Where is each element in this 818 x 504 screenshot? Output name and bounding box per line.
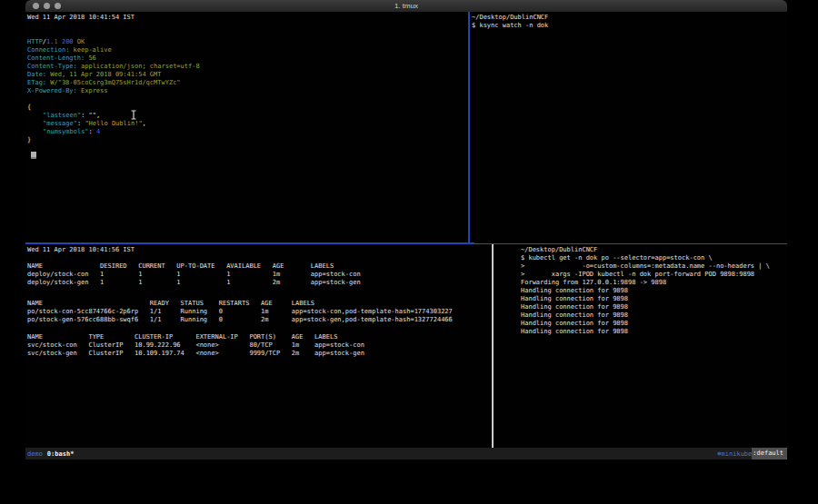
json-colon: : [89, 128, 96, 135]
http-header-line: Connection:keep-alive [27, 46, 200, 54]
services-table: NAME TYPE CLUSTER-IP EXTERNAL-IP PORT(S)… [27, 333, 364, 358]
table-row: po/stock-gen-576cc688bb-swqf6 1/1 Runnin… [27, 316, 453, 324]
json-field-line: "lastseen": "", [27, 112, 200, 120]
handling-line: Handling connection for 9898 [521, 328, 770, 336]
header-value: 56 [85, 54, 96, 62]
header-value: W/"38-05coCsrg3mQ75sHr1d/qcMTwYZc" [46, 79, 180, 86]
header-name: ETag: [27, 79, 46, 86]
http-header-line: Date:Wed, 11 Apr 2018 09:41:54 GMT [27, 71, 200, 79]
active-pane-border-vertical[interactable] [468, 12, 470, 243]
json-key: "message" [43, 120, 77, 127]
handling-line: Handling connection for 9898 [521, 320, 770, 328]
http-header-line: X-Powered-By:Express [27, 87, 200, 95]
header-name: Content-Type: [27, 63, 77, 70]
json-key: "numsymbols" [43, 128, 89, 135]
header-name: Connection: [27, 46, 69, 54]
mouse-ibeam-cursor [130, 110, 137, 120]
tmux-status-bar: demo0:bash* ☸minikube:default [25, 448, 787, 460]
table-row: po/stock-con-5cc874766c-2p6rp 1/1 Runnin… [27, 308, 453, 316]
json-comma: , [143, 120, 146, 127]
table-header: NAME TYPE CLUSTER-IP EXTERNAL-IP PORT(S)… [27, 333, 364, 341]
handling-line: Handling connection for 9898 [521, 287, 770, 295]
command-line: $ ksync watch -n dok [472, 22, 548, 30]
command-line: > -o=custom-columns=:metadata.name --no-… [521, 262, 770, 271]
command-line: > xargs -IPOD kubectl -n dok port-forwar… [521, 271, 770, 279]
tmux-terminal: Wed 11 Apr 2018 10:41:54 IST HTTP/1.1 20… [25, 12, 787, 460]
table-row: svc/stock-gen ClusterIP 10.109.197.74 <n… [27, 350, 364, 358]
header-value: Express [77, 87, 108, 94]
status-left: demo0:bash* [25, 450, 74, 458]
command-line: $ kubectl get -n dok po --selector=app=s… [521, 254, 770, 262]
json-open-brace: { [27, 104, 200, 112]
pane-border-vertical[interactable] [492, 244, 494, 448]
forwarding-line: Forwarding from 127.0.0.1:9898 -> 9898 [521, 279, 770, 287]
titlebar[interactable]: 1. tmux [25, 0, 787, 12]
json-value: 4 [96, 128, 100, 135]
status-right: ☸minikube:default [717, 448, 787, 460]
pane-ksync[interactable]: ~/Desktop/DublinCNCF $ ksync watch -n do… [470, 12, 787, 242]
timestamp-line: Wed 11 Apr 2018 10:41:54 IST [27, 14, 200, 22]
terminal-cursor [31, 152, 36, 159]
header-value: application/json; charset=utf-8 [77, 63, 200, 70]
cwd-line: ~/Desktop/DublinCNCF [521, 246, 770, 254]
http-header-line: Content-Type:application/json; charset=u… [27, 63, 200, 71]
http-proto: HTTP [27, 38, 43, 45]
pane-http-response[interactable]: Wed 11 Apr 2018 10:41:54 IST HTTP/1.1 20… [25, 12, 468, 242]
header-name: Content-Length: [27, 54, 85, 62]
table-header: NAME DESIRED CURRENT UP-TO-DATE AVAILABL… [27, 262, 361, 271]
json-value: "Hello Dublin!" [85, 120, 142, 127]
http-version: 1.1 200 [46, 38, 74, 45]
json-colon: : [81, 112, 88, 119]
timestamp-line: Wed 11 Apr 2018 10:41:56 IST [27, 246, 492, 254]
handling-line: Handling connection for 9898 [521, 303, 770, 311]
session-name: demo [27, 450, 43, 458]
table-row: deploy/stock-con 1 1 1 1 1m app=stock-co… [27, 271, 361, 279]
json-field-line: "message": "Hello Dublin!", [27, 120, 200, 128]
pods-table: NAME READY STATUS RESTARTS AGE LABELS po… [27, 300, 453, 324]
json-value: "" [89, 112, 96, 119]
handling-line: Handling connection for 9898 [521, 311, 770, 320]
json-comma: , [96, 112, 100, 119]
header-value: keep-alive [69, 46, 111, 54]
header-value: Wed, 11 Apr 2018 09:41:54 GMT [46, 71, 161, 78]
header-name: X-Powered-By: [27, 87, 77, 94]
terminal-window: 1. tmux Wed 11 Apr 2018 10:41:54 IST HTT… [25, 0, 787, 460]
pane-border-horizontal[interactable] [474, 243, 787, 244]
deployments-table: NAME DESIRED CURRENT UP-TO-DATE AVAILABL… [27, 262, 361, 287]
active-pane-border-horizontal[interactable] [25, 242, 474, 244]
http-status-line: HTTP/1.1 200OK [27, 38, 200, 46]
window-tab-bash[interactable]: 0:bash* [43, 450, 75, 458]
header-name: Date: [27, 71, 46, 78]
json-close-brace: } [27, 136, 200, 144]
json-field-line: "numsymbols": 4 [27, 128, 200, 136]
http-header-line: Content-Length:56 [27, 54, 200, 63]
pane-port-forward[interactable]: ~/Desktop/DublinCNCF $ kubectl get -n do… [493, 244, 787, 448]
pane-kubectl-get[interactable]: Wed 11 Apr 2018 10:41:56 IST NAME DESIRE… [25, 244, 492, 448]
cwd-line: ~/Desktop/DublinCNCF [472, 14, 548, 22]
http-header-line: ETag:W/"38-05coCsrg3mQ75sHr1d/qcMTwYZc" [27, 79, 200, 87]
kube-namespace: :default [752, 448, 787, 460]
window-title: 1. tmux [25, 2, 787, 10]
kube-context: minikube [722, 450, 753, 458]
http-reason: OK [74, 38, 85, 45]
table-row: svc/stock-con ClusterIP 10.99.222.96 <no… [27, 341, 364, 350]
table-header: NAME READY STATUS RESTARTS AGE LABELS [27, 300, 453, 308]
table-row: deploy/stock-gen 1 1 1 1 2m app=stock-ge… [27, 279, 361, 287]
handling-line: Handling connection for 9898 [521, 295, 770, 303]
json-key: "lastseen" [43, 112, 81, 119]
